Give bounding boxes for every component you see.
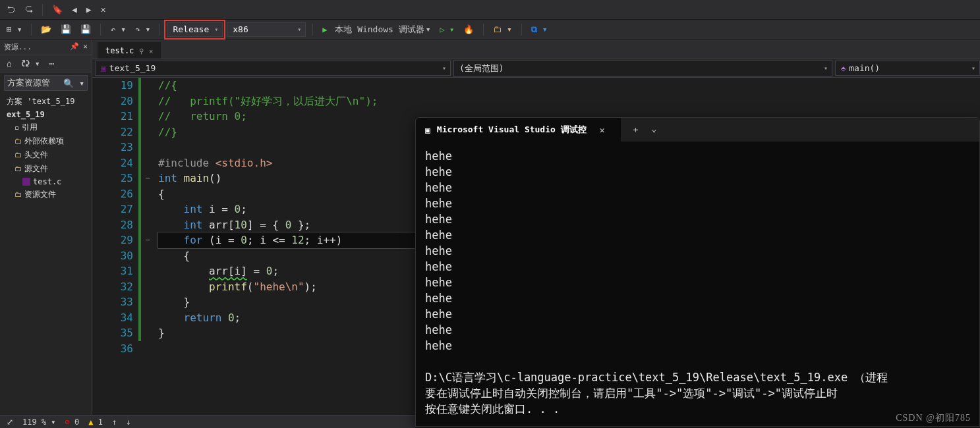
console-actions: ＋ ⌄ xyxy=(621,124,668,136)
play-icon: ▶ xyxy=(322,25,327,34)
save-icon[interactable]: 💾 xyxy=(58,23,74,36)
terminal-icon: ▣ xyxy=(425,125,430,135)
nav-global-scope[interactable]: (全局范围) xyxy=(453,60,832,77)
panel-mini-toolbar: ⌂ 🗘 ▾ ⋯ xyxy=(0,55,92,72)
platform-label: x86 xyxy=(233,24,248,34)
config-label: Release xyxy=(173,24,209,34)
tab-test-c[interactable]: test.c ⚲ ✕ xyxy=(98,42,161,59)
nav-bar: ▣text_5_19 (全局范围) ⬘main() xyxy=(92,59,980,78)
nav-up-icon[interactable]: ↑ xyxy=(112,417,117,427)
nav-back-icon[interactable]: ⮌ xyxy=(4,3,18,16)
status-bar: ⤢ 119 % ▾ ⊘ 0 ▲ 1 ↑ ↓ xyxy=(0,415,415,428)
start-debug-button[interactable]: ▶ 本地 Windows 调试器 ▾ xyxy=(320,22,433,37)
tab-close-icon[interactable]: ✕ xyxy=(593,125,612,135)
console-output[interactable]: hehe hehe hehe hehe hehe hehe hehe hehe … xyxy=(416,142,979,426)
console-tab[interactable]: ▣ Microsoft Visual Studio 调试控 ✕ xyxy=(416,118,621,142)
new-tab-icon[interactable]: ＋ xyxy=(631,124,640,136)
panel-header[interactable]: 资源... 📌 ✕ xyxy=(0,40,92,55)
open-icon[interactable]: 📂 xyxy=(38,23,54,36)
expand-icon[interactable]: ⤢ xyxy=(7,417,13,427)
line-numbers: 192021222324252627282930313233343536 xyxy=(92,78,138,428)
start-nodebug-button[interactable]: ▷ ▾ xyxy=(438,24,457,36)
pin-icon[interactable]: ⚲ xyxy=(139,47,144,55)
warning-count[interactable]: ▲ 1 xyxy=(88,417,103,427)
platform-dropdown[interactable]: x86 xyxy=(227,22,306,37)
headers-node[interactable]: 🗀 头文件 xyxy=(0,148,92,162)
tab-label: test.c xyxy=(105,46,134,55)
function-icon: ⬘ xyxy=(841,64,846,73)
debug-console[interactable]: ▣ Microsoft Visual Studio 调试控 ✕ ＋ ⌄ hehe… xyxy=(415,117,980,427)
config-dropdown[interactable]: Release xyxy=(167,22,223,37)
project-node[interactable]: ext_5_19 xyxy=(0,109,92,120)
solution-search[interactable]: 方案资源管 🔍 ▾ xyxy=(4,75,88,91)
cfile-icon xyxy=(22,178,30,186)
search-placeholder: 方案资源管 xyxy=(7,77,50,89)
nav-down-icon[interactable]: ↓ xyxy=(126,417,130,427)
pin-icon[interactable]: 📌 ✕ xyxy=(70,42,88,52)
search-icon: 🔍 ▾ xyxy=(63,78,84,88)
window-layout-icon[interactable]: ⧉ ▾ xyxy=(529,23,550,36)
solution-tree: 方案 'text_5_19 ext_5_19 ▫ 引用 🗀 外部依赖项 🗀 头文… xyxy=(0,94,92,203)
folder-icon: 🗀 xyxy=(14,151,22,159)
folder-icon[interactable]: 🗀 ▾ xyxy=(490,23,515,36)
zoom-level[interactable]: 119 % ▾ xyxy=(22,417,56,427)
close-icon[interactable]: ✕ xyxy=(149,47,153,55)
project-icon: ▣ xyxy=(101,63,106,73)
resources-node[interactable]: 🗀 资源文件 xyxy=(0,188,92,201)
refs-node[interactable]: ▫ 引用 xyxy=(0,120,92,134)
bookmark-prev-icon[interactable]: ◀ xyxy=(69,3,80,16)
save-all-icon[interactable]: 💾 xyxy=(78,23,94,36)
home-icon[interactable]: ⌂ xyxy=(4,57,14,70)
tab-menu-icon[interactable]: ⌄ xyxy=(652,124,657,136)
nav-fwd-icon[interactable]: ⮎ xyxy=(22,3,36,16)
sources-node[interactable]: 🗀 源文件 xyxy=(0,162,92,176)
bookmark-clear-icon[interactable]: ✕ xyxy=(98,3,109,16)
watermark: CSDN @初阳785 xyxy=(896,412,971,424)
error-count[interactable]: ⊘ 0 xyxy=(65,417,80,427)
undo-icon[interactable]: ↶ ▾ xyxy=(107,23,128,36)
redo-icon[interactable]: ↷ ▾ xyxy=(132,23,153,36)
console-title: Microsoft Visual Studio 调试控 xyxy=(437,124,587,136)
toolbar-row-1: ⮌ ⮎ 🔖 ◀ ▶ ✕ xyxy=(0,0,980,20)
solution-node[interactable]: 方案 'text_5_19 xyxy=(0,95,92,109)
folder-icon: 🗀 xyxy=(14,165,22,173)
refresh-icon[interactable]: 🗘 ▾ xyxy=(18,57,43,70)
nav-file-scope[interactable]: ▣text_5_19 xyxy=(95,61,451,76)
new-item-icon[interactable]: ⊞ ▾ xyxy=(4,23,24,36)
folder-icon: 🗀 xyxy=(14,190,22,199)
fold-gutter[interactable]: −− xyxy=(141,78,154,428)
solution-explorer: 资源... 📌 ✕ ⌂ 🗘 ▾ ⋯ 方案资源管 🔍 ▾ 方案 'text_5_1… xyxy=(0,40,92,428)
bookmark-next-icon[interactable]: ▶ xyxy=(84,3,94,16)
panel-title: 资源... xyxy=(4,42,32,52)
bookmark-icon[interactable]: 🔖 xyxy=(49,3,65,16)
nav-func-scope[interactable]: ⬘main() xyxy=(835,61,980,76)
more-icon[interactable]: ⋯ xyxy=(46,57,57,70)
toolbar-row-2: ⊞ ▾ 📂 💾 💾 ↶ ▾ ↷ ▾ Release x86 ▶ 本地 Windo… xyxy=(0,20,980,40)
console-titlebar[interactable]: ▣ Microsoft Visual Studio 调试控 ✕ ＋ ⌄ xyxy=(416,118,979,142)
extdeps-node[interactable]: 🗀 外部依赖项 xyxy=(0,134,92,148)
source-file-node[interactable]: test.c xyxy=(0,176,92,188)
debug-label: 本地 Windows 调试器 xyxy=(335,24,424,36)
hot-reload-icon[interactable]: 🔥 xyxy=(461,23,476,36)
tab-bar: test.c ⚲ ✕ xyxy=(92,40,980,59)
folder-icon: 🗀 xyxy=(14,137,22,146)
